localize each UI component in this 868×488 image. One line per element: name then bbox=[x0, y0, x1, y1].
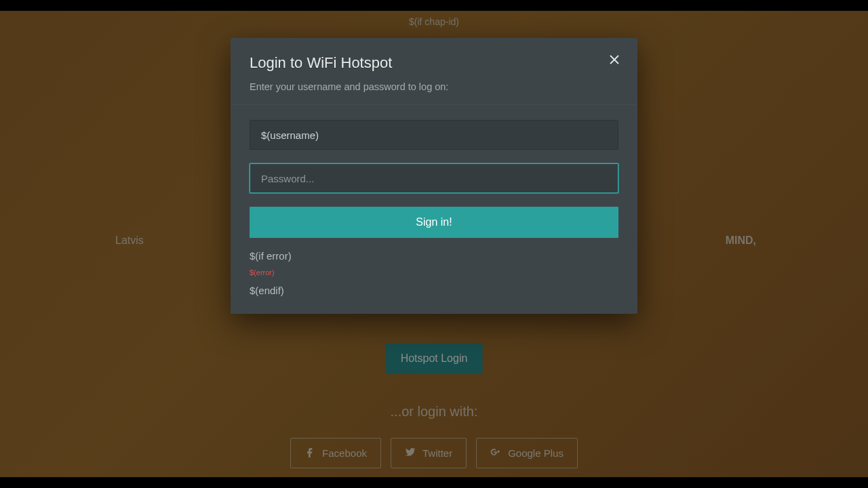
close-button[interactable] bbox=[606, 53, 623, 69]
modal-title: Login to WiFi Hotspot bbox=[250, 54, 618, 72]
login-modal: Login to WiFi Hotspot Enter your usernam… bbox=[231, 38, 637, 314]
password-input[interactable] bbox=[250, 163, 618, 193]
modal-body: Sign in! $(if error) $(error) $(endif) bbox=[231, 105, 637, 314]
if-error-token: $(if error) bbox=[250, 250, 618, 262]
username-input[interactable] bbox=[250, 120, 618, 150]
close-icon bbox=[608, 54, 620, 68]
page-background: $(if chap-id) Latvis MIND, Hotspot Login… bbox=[0, 11, 868, 477]
endif-token: $(endif) bbox=[250, 285, 618, 296]
letterbox-top bbox=[0, 0, 868, 11]
modal-header: Login to WiFi Hotspot Enter your usernam… bbox=[231, 38, 637, 105]
error-token: $(error) bbox=[250, 268, 618, 277]
modal-subtitle: Enter your username and password to log … bbox=[250, 81, 618, 92]
signin-button[interactable]: Sign in! bbox=[250, 207, 618, 238]
letterbox-bottom bbox=[0, 477, 868, 488]
